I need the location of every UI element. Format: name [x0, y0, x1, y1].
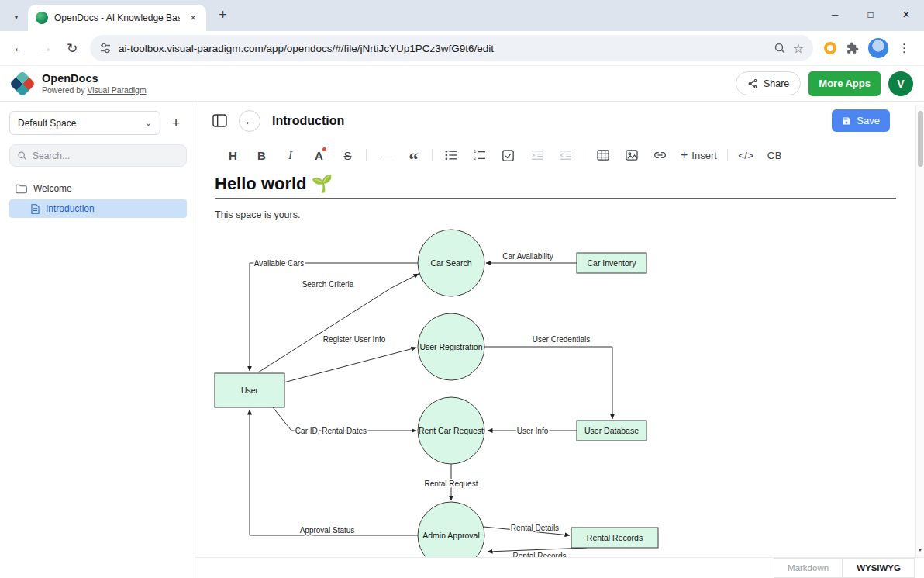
- profile-avatar[interactable]: [868, 38, 888, 58]
- blockquote-icon[interactable]: “: [399, 144, 428, 166]
- more-apps-button[interactable]: More Apps: [808, 71, 881, 96]
- font-color-dot: [322, 147, 326, 151]
- editor-scrollbar[interactable]: ▼: [915, 105, 924, 557]
- code-block-icon[interactable]: CB: [760, 144, 789, 166]
- browser-action-icons: ⋮: [818, 38, 918, 58]
- editor-footer: Markdown WYSIWYG: [195, 557, 924, 578]
- edge-label-rental-records: Rental Records: [513, 552, 567, 557]
- tree-item-welcome[interactable]: Welcome: [9, 179, 187, 198]
- scrollbar-thumb[interactable]: [918, 111, 923, 167]
- bullet-list-icon[interactable]: [436, 144, 465, 166]
- browser-tab[interactable]: OpenDocs - AI Knowledge Base ×: [28, 5, 206, 31]
- node-label-rent-car-request: Rent Car Request: [419, 426, 484, 435]
- header-actions: Share More Apps V: [736, 71, 913, 96]
- editor-header: ← Introduction Save: [195, 102, 924, 140]
- table-icon[interactable]: [588, 144, 617, 166]
- page-back-button[interactable]: ←: [239, 110, 260, 132]
- bookmark-star-icon[interactable]: ☆: [793, 41, 804, 56]
- search-icon: [17, 151, 27, 161]
- browser-tab-bar: ▾ OpenDocs - AI Knowledge Base × + ─ □ ×: [0, 0, 924, 31]
- font-color-letter: A: [315, 149, 323, 162]
- document-icon: [31, 204, 40, 214]
- edge-search-criteria: [258, 274, 419, 372]
- editor-panel: ← Introduction Save H B I A S — “: [195, 102, 924, 578]
- app-name: OpenDocs: [42, 72, 147, 85]
- horizontal-rule-icon[interactable]: —: [371, 144, 399, 166]
- tree-item-label: Introduction: [46, 203, 95, 214]
- toolbar-divider: [432, 149, 433, 161]
- window-close-button[interactable]: ×: [888, 0, 924, 29]
- edge-label-car-id-rental-dates: Car ID, Rental Dates: [295, 427, 367, 435]
- image-icon[interactable]: [617, 144, 646, 166]
- toggle-sidebar-icon[interactable]: [212, 114, 227, 127]
- edge-register-user-info: [284, 348, 416, 382]
- plus-icon: +: [681, 148, 688, 162]
- indent-icon[interactable]: [522, 144, 551, 166]
- node-label-admin-approval: Admin Approval: [422, 531, 480, 540]
- window-maximize-button[interactable]: □: [853, 0, 888, 29]
- address-bar[interactable]: ai-toolbox.visual-paradigm.com/app/opend…: [90, 35, 813, 61]
- tab-title: OpenDocs - AI Knowledge Base: [54, 12, 180, 23]
- numbered-list-icon[interactable]: 12: [465, 144, 494, 166]
- new-tab-button[interactable]: +: [212, 5, 233, 26]
- outdent-icon[interactable]: [551, 144, 580, 166]
- node-admin-approval[interactable]: [418, 502, 484, 557]
- node-label-user-registration: User Registration: [419, 342, 482, 351]
- save-button[interactable]: Save: [832, 109, 890, 132]
- edge-label-available-cars: Available Cars: [254, 259, 304, 268]
- insert-button[interactable]: + Insert: [674, 144, 723, 166]
- powered-by: Powered by Visual Paradigm: [42, 85, 147, 95]
- formatting-toolbar: H B I A S — “ 12: [195, 140, 924, 171]
- wysiwyg-mode-button[interactable]: WYSIWYG: [843, 558, 915, 578]
- search-input[interactable]: [33, 151, 179, 161]
- visual-paradigm-link[interactable]: Visual Paradigm: [87, 85, 146, 95]
- tab-favicon-icon: [36, 12, 48, 24]
- add-space-button[interactable]: +: [165, 112, 187, 134]
- share-button[interactable]: Share: [736, 71, 801, 95]
- link-icon[interactable]: [646, 144, 674, 166]
- chevron-down-icon: ⌄: [145, 118, 152, 128]
- scroll-down-icon[interactable]: ▼: [916, 545, 924, 555]
- sidebar-search[interactable]: [9, 144, 187, 167]
- document-canvas[interactable]: Hello world 🌱 This space is yours. Car S…: [195, 171, 924, 557]
- edge-label-approval-status: Approval Status: [300, 526, 355, 535]
- tab-search-button[interactable]: ▾: [6, 6, 26, 26]
- bold-icon[interactable]: B: [247, 144, 276, 166]
- extensions-puzzle-icon[interactable]: [845, 41, 860, 56]
- user-avatar[interactable]: V: [888, 71, 913, 96]
- back-button[interactable]: ←: [6, 35, 33, 61]
- share-label: Share: [764, 78, 789, 89]
- tree-item-introduction[interactable]: Introduction: [9, 199, 187, 218]
- italic-icon[interactable]: I: [276, 144, 305, 166]
- edge-label-search-criteria: Search Criteria: [302, 280, 354, 289]
- task-list-icon[interactable]: [494, 144, 522, 166]
- dfd-diagram: Car SearchUser RegistrationRent Car Requ…: [195, 225, 897, 557]
- node-label-car-inventory: Car Inventory: [587, 258, 636, 268]
- strikethrough-icon[interactable]: S: [333, 144, 362, 166]
- space-selector[interactable]: Default Space ⌄: [9, 111, 160, 135]
- node-label-car-search: Car Search: [430, 258, 471, 268]
- heading-icon[interactable]: H: [219, 144, 247, 166]
- zoom-icon[interactable]: [774, 42, 786, 54]
- svg-text:1: 1: [474, 150, 476, 154]
- share-icon: [747, 78, 758, 89]
- site-info-icon[interactable]: [99, 42, 112, 54]
- font-color-icon[interactable]: A: [305, 144, 333, 166]
- space-selector-value: Default Space: [18, 118, 76, 129]
- code-icon[interactable]: </>: [732, 144, 760, 166]
- window-minimize-button[interactable]: ─: [817, 0, 853, 29]
- edge-label-user-credentials: User Credentials: [533, 335, 590, 344]
- node-label-rental-records: Rental Records: [587, 533, 643, 542]
- edge-label-register-user-info: Register User Info: [323, 335, 386, 344]
- window-controls: ─ □ ×: [817, 0, 924, 29]
- edge-user-credentials: [484, 347, 612, 419]
- page-title: Introduction: [272, 114, 344, 128]
- extension-dot-icon[interactable]: [824, 42, 836, 54]
- browser-menu-icon[interactable]: ⋮: [897, 41, 912, 55]
- node-label-user-database: User Database: [584, 426, 639, 435]
- powered-by-prefix: Powered by: [42, 85, 84, 95]
- reload-button[interactable]: ↻: [59, 35, 85, 61]
- tab-close-icon[interactable]: ×: [186, 11, 200, 25]
- markdown-mode-button[interactable]: Markdown: [774, 558, 843, 578]
- forward-button[interactable]: →: [33, 35, 59, 61]
